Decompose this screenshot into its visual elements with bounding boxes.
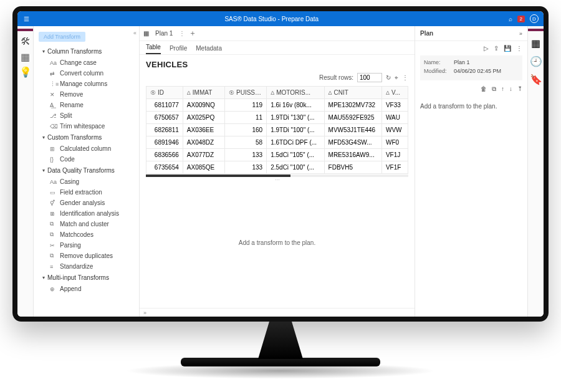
bookmark-icon[interactable]: 🔖 [530, 74, 542, 85]
table-row[interactable]: 6826811AX036EE1601.9TDi "100" (...MVW53J… [146, 124, 408, 136]
sidebar-item[interactable]: ▭Field extraction [36, 187, 139, 198]
table-cell: VF33 [381, 99, 408, 112]
add-transform-button[interactable]: Add Transform [39, 32, 85, 42]
table-cell: MFD53G4SW... [324, 136, 381, 149]
col-v[interactable]: ΔV... [381, 87, 408, 99]
field-icon: ▭ [50, 189, 56, 196]
subtab-table[interactable]: Table [146, 44, 161, 54]
sidebar-item[interactable]: ⊞Calculated column [36, 143, 139, 154]
casing-icon: Aa [50, 179, 56, 185]
sidebar-item[interactable]: ⇄Convert column [36, 68, 139, 79]
group-dq-transforms[interactable]: ▾Data Quality Transforms [36, 165, 139, 176]
sidebar-item[interactable]: ✕Remove [36, 89, 139, 100]
delete-icon[interactable]: 🗑 [481, 85, 487, 93]
table-cell: 1.5dCi "105" (... [267, 149, 324, 161]
table-cell: 6836566 [146, 149, 183, 161]
user-avatar[interactable]: D [530, 14, 539, 23]
move-down-icon[interactable]: ↓ [509, 85, 512, 93]
table-row[interactable]: 6735654AX085QE1332.5dCi "100" (...FDBVH5… [146, 161, 408, 174]
splitter-grip-icon[interactable]: ⋯ [275, 177, 280, 183]
table-cell: 119 [224, 99, 266, 112]
table-cell: 6811077 [146, 99, 183, 112]
col-id[interactable]: ⦿ID [146, 87, 183, 99]
save-icon[interactable]: 💾 [504, 45, 511, 52]
sidebar-item[interactable]: AaChange case [36, 57, 139, 68]
tab-menu-icon[interactable]: ⋮ [179, 30, 185, 37]
table-cell: 11 [224, 112, 266, 124]
grid-icon[interactable]: ▦ [531, 37, 540, 49]
sidebar-collapse-icon[interactable]: « [133, 30, 137, 36]
panel-collapse-icon[interactable]: » [519, 31, 522, 37]
sidebar-item[interactable]: A͟Rename [36, 100, 139, 110]
notification-badge[interactable]: 2 [517, 16, 525, 22]
sidebar-item[interactable]: ≡Standardize [36, 261, 139, 272]
locate-icon[interactable]: ⌖ [395, 74, 398, 82]
table-cell: MRE5316AW9... [324, 149, 381, 161]
col-cnit[interactable]: ΔCNIT [324, 87, 381, 99]
bottom-expand-icon[interactable]: » [140, 308, 415, 317]
table-row[interactable]: 6811077AX009NQ1191.6i 16v (80k...MPE1302… [146, 99, 408, 112]
table-row[interactable]: 6891946AX048DZ581.6TDCi DPF (...MFD53G4S… [146, 136, 408, 149]
search-icon[interactable]: ⌕ [509, 16, 512, 22]
more-icon[interactable]: ⋮ [402, 74, 408, 81]
group-column-transforms[interactable]: ▾Column Transforms [36, 45, 139, 57]
table-cell: WVW [381, 124, 408, 136]
grid-icon[interactable]: ▦ [21, 52, 30, 61]
table-cell: WAU [381, 112, 408, 124]
sidebar-item[interactable]: ⊕Append [36, 284, 139, 294]
id-icon: 🗎 [50, 211, 56, 217]
rail-accent [17, 29, 33, 31]
col-puissance[interactable]: ⦿PUISSANC... [224, 87, 266, 99]
sidebar-item[interactable]: {}Code [36, 154, 139, 165]
col-immat[interactable]: ΔIMMAT [183, 87, 224, 99]
sidebar-item[interactable]: ✂Parsing [36, 240, 139, 251]
tab-add-icon[interactable]: ＋ [189, 28, 196, 39]
result-rows-input[interactable] [357, 73, 382, 82]
clock-icon[interactable]: 🕘 [530, 55, 542, 67]
table-cell: 133 [224, 149, 266, 161]
table-cell: 6735654 [146, 161, 183, 174]
data-table: ⦿ID ΔIMMAT ⦿PUISSANC... ΔMOTORIS... ΔCNI… [146, 86, 408, 174]
calc-icon: ⊞ [50, 146, 56, 152]
parsing-icon: ✂ [50, 242, 56, 249]
wrench-icon[interactable]: 🛠 [21, 37, 30, 46]
export-icon[interactable]: ⇪ [494, 45, 499, 52]
sidebar-item[interactable]: 🗎Identification analysis [36, 208, 139, 219]
transform-placeholder: ⋯ Add a transform to the plan. [140, 177, 415, 308]
table-row[interactable]: 6750657AX025PQ111.9TDi "130" (...MAU5592… [146, 112, 408, 124]
sidebar-item[interactable]: ⧉Remove duplicates [36, 251, 139, 261]
copy-icon[interactable]: ⧉ [492, 85, 496, 93]
run-icon[interactable]: ▷ [484, 45, 489, 52]
table-cell: 1.9TDi "130" (... [267, 112, 324, 124]
sidebar-item[interactable]: ⋮≡Manage columns [36, 79, 139, 89]
trim-icon: ⌫ [50, 123, 56, 130]
table-header-row: ⦿ID ΔIMMAT ⦿PUISSANC... ΔMOTORIS... ΔCNI… [146, 87, 408, 99]
refresh-icon[interactable]: ↻ [386, 74, 391, 81]
subtab-metadata[interactable]: Metadata [196, 45, 222, 54]
app-titlebar: ☰ SAS® Data Studio - Prepare Data ⌕ 2 D [17, 11, 544, 26]
hamburger-icon[interactable]: ☰ [17, 16, 35, 22]
table-cell: 6826811 [146, 124, 183, 136]
sidebar-item[interactable]: ⧉Match and cluster [36, 219, 139, 229]
subtab-profile[interactable]: Profile [170, 45, 187, 54]
panel-more-icon[interactable]: ⋮ [516, 45, 522, 52]
insert-icon[interactable]: ⤒ [517, 85, 522, 93]
lightbulb-icon[interactable]: 💡 [21, 67, 30, 76]
sidebar-item[interactable]: ⎇Split [36, 110, 139, 121]
plan-panel-title: Plan [420, 30, 433, 37]
app-title: SAS® Data Studio - Prepare Data [35, 16, 509, 22]
table-cell: 1.6TDCi DPF (... [267, 136, 324, 149]
table-cell: AX009NQ [183, 99, 224, 112]
sidebar-item[interactable]: ⧉Matchcodes [36, 229, 139, 240]
sidebar-item[interactable]: ⚥Gender analysis [36, 198, 139, 208]
code-icon: {} [50, 156, 56, 163]
tab-plan-1[interactable]: Plan 1 [153, 29, 175, 38]
group-custom-transforms[interactable]: ▾Custom Transforms [36, 131, 139, 143]
col-motoris[interactable]: ΔMOTORIS... [267, 87, 324, 99]
move-up-icon[interactable]: ↑ [501, 85, 504, 93]
group-multi-transforms[interactable]: ▾Multi-input Transforms [36, 272, 139, 284]
sidebar-item[interactable]: AaCasing [36, 176, 139, 187]
table-cell: AX025PQ [183, 112, 224, 124]
table-row[interactable]: 6836566AX077DZ1331.5dCi "105" (...MRE531… [146, 149, 408, 161]
sidebar-item[interactable]: ⌫Trim whitespace [36, 121, 139, 131]
